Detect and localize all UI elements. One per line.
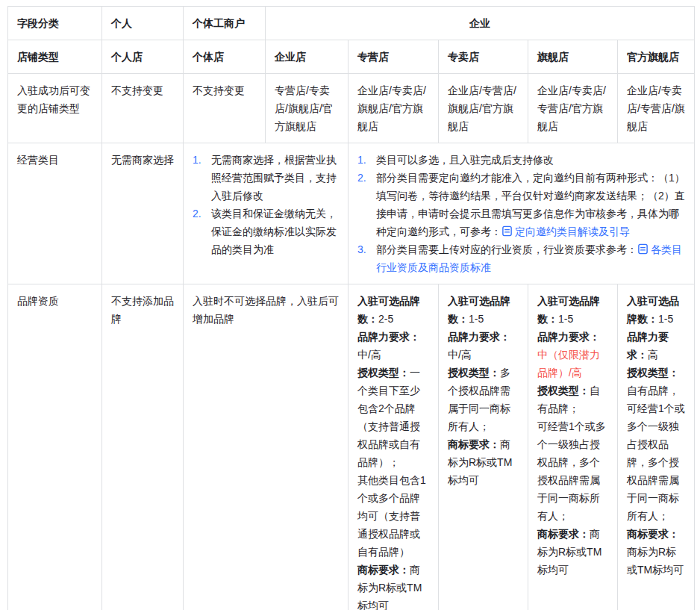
doc-link[interactable]: 定向邀约类目解读及引导 (501, 225, 630, 237)
text-line: 商标要求：商标为R标或TM标均可 (357, 561, 429, 610)
field-label: 授权类型： (537, 385, 590, 396)
business-category-enterprise-stores: 1.类目可以多选，且入驻完成后支持修改2.部分类目需要定向邀约才能准入，定向邀约… (349, 143, 695, 284)
text-line: 入驻可选品牌数：1-5 (448, 292, 519, 328)
text-segment: 2-5 (378, 313, 393, 325)
text-segment: 其他类目包含1个或多个品牌均可（支持普通授权品牌或自有品牌） (357, 474, 426, 558)
header-row-store-type: 店铺类型 个人店 个体店 企业店 专营店 专卖店 旗舰店 官方旗舰店 (8, 40, 695, 74)
header-exclusive-store: 专卖店 (439, 40, 528, 74)
list-number: 2. (357, 169, 376, 240)
changeable-type-exclusive: 企业店/专营店/旗舰店/官方旗舰店 (439, 74, 528, 143)
row-label-changeable-type: 入驻成功后可变更的店铺类型 (8, 74, 102, 143)
text-line: 授权类型：一个类目下至少包含2个品牌（支持普通授权品牌或自有品牌）； (357, 364, 429, 471)
header-official-flagship-store: 官方旗舰店 (618, 40, 695, 74)
text-line: 授权类型：自有品牌； (537, 382, 608, 417)
text-segment: 中/高 (448, 349, 472, 361)
text-line: 商标要求：商标为R标或TM标均可 (627, 525, 685, 579)
text-line: 其他类目包含1个或多个品牌均可（支持普通授权品牌或自有品牌） (357, 471, 429, 561)
text-segment: 商标为R标或TM标均可 (627, 546, 684, 576)
text-segment: 部分类目需要上传对应的行业资质，行业资质要求参考： (376, 243, 637, 255)
row-changeable-store-type: 入驻成功后可变更的店铺类型 不支持变更 不支持变更 专营店/专卖店/旗舰店/官方… (8, 74, 695, 143)
field-label: 授权类型： (357, 367, 410, 379)
brand-franchise: 入驻可选品牌数：2-5品牌力要求：中/高授权类型：一个类目下至少包含2个品牌（支… (349, 284, 439, 610)
brand-personal: 不支持添加品牌 (102, 284, 184, 610)
ordered-list-item: 1.无需商家选择，根据营业执照经营范围赋予类目，支持入驻后修改 (193, 151, 339, 205)
header-flagship-store: 旗舰店 (528, 40, 618, 74)
changeable-type-personal: 不支持变更 (102, 74, 184, 143)
field-label: 品牌力要求： (357, 331, 420, 343)
text-segment: 无需商家选择，根据营业执照经营范围赋予类目，支持入驻后修改 (211, 154, 337, 202)
ordered-list-item: 2.该类目和保证金缴纳无关，保证金的缴纳标准以实际发品的类目为准 (193, 205, 339, 258)
list-number: 1. (193, 151, 211, 205)
doc-icon (637, 243, 649, 255)
doc-icon (501, 225, 513, 237)
text-segment: 1-5 (558, 313, 573, 325)
header-enterprise: 企业 (266, 7, 695, 40)
business-category-individual-enterprise: 1.无需商家选择，根据营业执照经营范围赋予类目，支持入驻后修改2.该类目和保证金… (184, 143, 349, 284)
field-label: 品牌力要求： (537, 331, 600, 343)
text-line: 品牌力要求：高 (627, 328, 685, 364)
field-label: 授权类型： (627, 367, 679, 379)
field-label: 商标要求： (537, 528, 590, 540)
text-segment: 可经营1个或多个一级独占授权品牌，多个授权品牌需属于同一商标所有人； (537, 420, 606, 522)
list-item-text: 无需商家选择，根据营业执照经营范围赋予类目，支持入驻后修改 (211, 151, 339, 205)
text-segment: 该类目和保证金缴纳无关，保证金的缴纳标准以实际发品的类目为准 (211, 208, 337, 255)
text-line: 可经营1个或多个一级独占授权品牌，多个授权品牌需属于同一商标所有人； (627, 399, 685, 525)
row-label-business-category: 经营类目 (8, 143, 102, 284)
text-line: 授权类型：自有品牌， (627, 364, 685, 399)
field-label: 商标要求： (627, 528, 679, 540)
text-segment: 中/高 (357, 349, 381, 361)
list-item-text: 部分类目需要定向邀约才能准入，定向邀约目前有两种形式：（1）填写问卷，等待邀约结… (376, 169, 685, 240)
changeable-type-individual: 不支持变更 (184, 74, 266, 143)
header-enterprise-store: 企业店 (266, 40, 349, 74)
header-franchise-store: 专营店 (349, 40, 439, 74)
business-category-personal: 无需商家选择 (102, 143, 184, 284)
text-line: 可经营1个或多个一级独占授权品牌，多个授权品牌需属于同一商标所有人； (537, 417, 608, 525)
row-brand-qualification: 品牌资质 不支持添加品牌 入驻时不可选择品牌，入驻后可增加品牌 入驻可选品牌数：… (8, 284, 695, 610)
row-business-category: 经营类目 无需商家选择 1.无需商家选择，根据营业执照经营范围赋予类目，支持入驻… (8, 143, 695, 284)
row-label-brand-qualification: 品牌资质 (8, 284, 102, 610)
text-line: 品牌力要求：中/高 (357, 328, 429, 364)
changeable-type-flagship: 企业店/专卖店/专营店/官方旗舰店 (528, 74, 618, 143)
brand-exclusive: 入驻可选品牌数：1-5品牌力要求：中/高授权类型：多个授权品牌需属于同一商标所有… (439, 284, 528, 610)
text-line: 商标要求：商标为R标或TM标均可 (537, 525, 608, 579)
changeable-type-franchise: 企业店/专卖店/旗舰店/官方旗舰店 (349, 74, 439, 143)
text-line: 入驻可选品牌数：1-5 (627, 292, 685, 328)
header-individual-business: 个体工商户 (184, 7, 266, 40)
text-segment: 中（仅限潜力品牌）/高 (537, 349, 600, 379)
list-item-text: 该类目和保证金缴纳无关，保证金的缴纳标准以实际发品的类目为准 (211, 205, 339, 258)
changeable-type-official-flagship: 企业店/专卖店/专营店/旗舰店 (618, 74, 695, 143)
text-line: 品牌力要求：中（仅限潜力品牌）/高 (537, 328, 608, 382)
field-label: 商标要求： (448, 438, 500, 450)
brand-official-flagship: 入驻可选品牌数：1-5品牌力要求：高授权类型：自有品牌，可经营1个或多个一级独占… (618, 284, 695, 610)
header-row-entity-type: 字段分类 个人 个体工商户 企业 (8, 7, 695, 40)
doc-link-label: 定向邀约类目解读及引导 (515, 225, 630, 237)
text-segment: 高 (648, 349, 658, 361)
text-line: 商标要求：商标为R标或TM标均可 (448, 435, 519, 489)
field-label: 商标要求： (357, 564, 410, 576)
ordered-list-item: 1.类目可以多选，且入驻完成后支持修改 (357, 151, 685, 169)
text-segment: 自有品牌， (627, 385, 679, 396)
text-line: 入驻可选品牌数：1-5 (537, 292, 608, 328)
text-segment: 可经营1个或多个一级独占授权品牌，多个授权品牌需属于同一商标所有人； (627, 402, 685, 522)
changeable-type-enterprise: 专营店/专卖店/旗舰店/官方旗舰店 (266, 74, 349, 143)
text-segment: 一个类目下至少包含2个品牌（支持普通授权品牌或自有品牌）； (357, 367, 420, 468)
header-individual-store: 个体店 (184, 40, 266, 74)
list-number: 3. (357, 240, 376, 276)
text-segment: 类目可以多选，且入驻完成后支持修改 (376, 154, 554, 166)
header-personal-store: 个人店 (102, 40, 184, 74)
ordered-list-item: 2.部分类目需要定向邀约才能准入，定向邀约目前有两种形式：（1）填写问卷，等待邀… (357, 169, 685, 240)
brand-flagship: 入驻可选品牌数：1-5品牌力要求：中（仅限潜力品牌）/高授权类型：自有品牌；可经… (528, 284, 618, 610)
text-segment: 1-5 (469, 313, 484, 325)
store-type-comparison-table: 字段分类 个人 个体工商户 企业 店铺类型 个人店 个体店 企业店 专营店 专卖… (7, 6, 695, 610)
brand-individual-enterprise: 入驻时不可选择品牌，入驻后可增加品牌 (184, 284, 349, 610)
text-segment: 1-5 (658, 313, 673, 325)
list-item-text: 类目可以多选，且入驻完成后支持修改 (376, 151, 685, 169)
list-number: 2. (193, 205, 211, 258)
field-label: 品牌力要求： (448, 331, 510, 343)
header-store-type: 店铺类型 (8, 40, 102, 74)
header-field-category: 字段分类 (8, 7, 102, 40)
list-item-text: 部分类目需要上传对应的行业资质，行业资质要求参考：各类目行业资质及商品资质标准 (376, 240, 685, 276)
text-line: 授权类型：多个授权品牌需属于同一商标所有人； (448, 364, 519, 435)
list-number: 1. (357, 151, 376, 169)
header-personal: 个人 (102, 7, 184, 40)
